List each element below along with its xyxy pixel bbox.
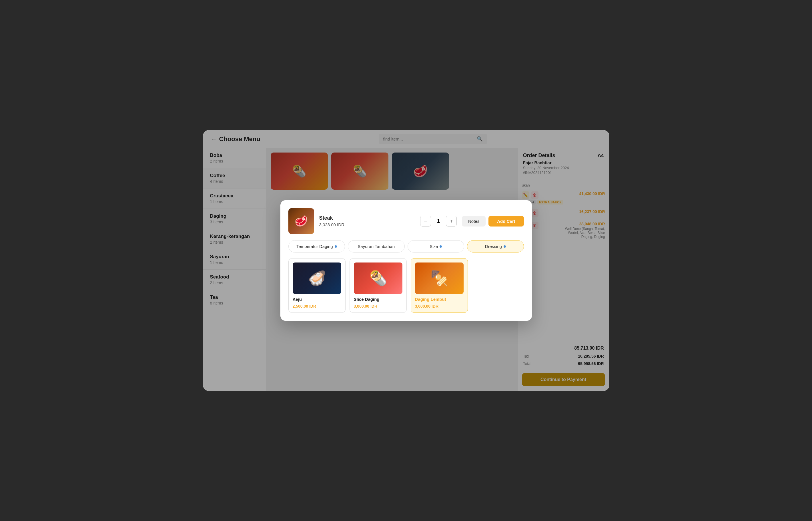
modal-item-info: Steak 3,023.00 IDR — [319, 215, 415, 227]
tab-size-dot — [440, 245, 442, 248]
tab-sayuran-label: Sayuran Tambahan — [357, 244, 395, 249]
option-slice-image: 🌯 — [354, 263, 402, 294]
modal-top-section: 🥩 Steak 3,023.00 IDR − 1 + Notes Add Car… — [288, 208, 524, 234]
option-keju-name: Keju — [293, 297, 341, 302]
quantity-control: − 1 + — [420, 216, 457, 227]
option-slice-price: 3,000.00 IDR — [354, 304, 402, 309]
tab-dressing-dot — [504, 245, 506, 248]
add-cart-button[interactable]: Add Cart — [488, 216, 524, 227]
option-daging-name: Daging Lembut — [415, 297, 464, 302]
option-slice-daging[interactable]: 🌯 Slice Daging 3,000.00 IDR — [350, 258, 407, 313]
tab-temperatur-label: Temperatur Daging — [297, 244, 333, 249]
steak-image: 🥩 — [288, 208, 314, 234]
device-frame: ← Choose Menu 🔍 Boba 2 Items Coffee 4 It… — [203, 130, 609, 391]
option-daging-lembut[interactable]: 🍢 Daging Lembut 3,000.00 IDR — [411, 258, 468, 313]
option-slice-name: Slice Daging — [354, 297, 402, 302]
quantity-increase-button[interactable]: + — [446, 216, 457, 227]
tab-dressing[interactable]: Dressing — [467, 240, 524, 252]
notes-button[interactable]: Notes — [462, 216, 486, 227]
item-detail-modal: 🥩 Steak 3,023.00 IDR − 1 + Notes Add Car… — [280, 200, 532, 321]
quantity-value: 1 — [433, 218, 444, 224]
option-daging-price: 3,000.00 IDR — [415, 304, 464, 309]
quantity-decrease-button[interactable]: − — [420, 216, 431, 227]
modal-action-buttons: Notes Add Cart — [462, 216, 524, 227]
modal-options: 🦪 Keju 2,500.00 IDR 🌯 Slice Daging 3,000… — [288, 258, 524, 313]
tab-dressing-label: Dressing — [485, 244, 502, 249]
modal-overlay: 🥩 Steak 3,023.00 IDR − 1 + Notes Add Car… — [203, 130, 609, 391]
tab-temperatur-dot — [335, 245, 337, 248]
option-keju[interactable]: 🦪 Keju 2,500.00 IDR — [288, 258, 346, 313]
modal-item-name: Steak — [319, 215, 415, 221]
option-daging-image: 🍢 — [415, 263, 464, 294]
tab-size[interactable]: Size — [408, 240, 464, 252]
tab-size-label: Size — [430, 244, 438, 249]
modal-item-price: 3,023.00 IDR — [319, 222, 415, 227]
option-keju-price: 2,500.00 IDR — [293, 304, 341, 309]
tab-sayuran-tambahan[interactable]: Sayuran Tambahan — [348, 240, 405, 252]
tab-temperatur-daging[interactable]: Temperatur Daging — [288, 240, 345, 252]
option-keju-image: 🦪 — [293, 263, 341, 294]
modal-tabs: Temperatur Daging Sayuran Tambahan Size … — [288, 240, 524, 252]
modal-item-image: 🥩 — [288, 208, 314, 234]
